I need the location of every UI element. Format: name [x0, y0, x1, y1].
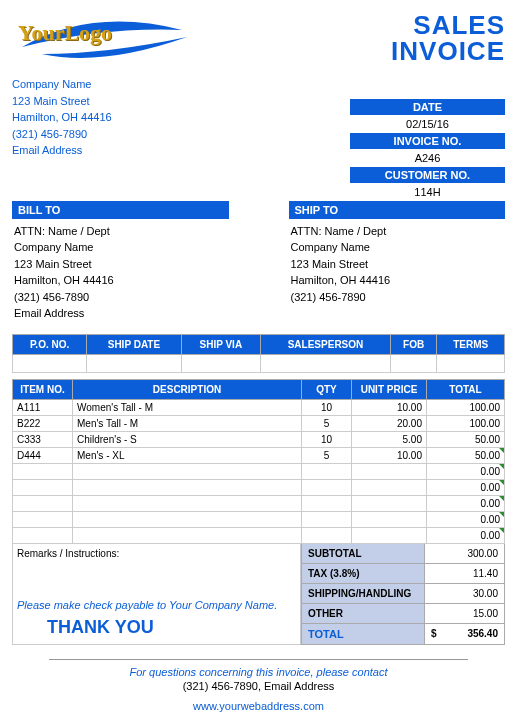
bill-to-name: Company Name: [12, 239, 229, 256]
item-row-empty: 0.00: [13, 511, 505, 527]
ship-to: SHIP TO ATTN: Name / Dept Company Name 1…: [289, 201, 506, 322]
bill-to-header: BILL TO: [12, 201, 229, 219]
item-total-empty: 0.00: [427, 511, 505, 527]
item-total-empty: 0.00: [427, 527, 505, 543]
item-row-empty: 0.00: [13, 479, 505, 495]
remarks-label: Remarks / Instructions:: [17, 548, 296, 559]
item-total: 100.00: [427, 415, 505, 431]
detail-table: P.O. NO. SHIP DATE SHIP VIA SALESPERSON …: [12, 334, 505, 373]
thank-you: THANK YOU: [47, 617, 296, 638]
totals: SUBTOTAL300.00 TAX (3.8%)11.40 SHIPPING/…: [301, 544, 505, 645]
remarks: Remarks / Instructions: Please make chec…: [12, 544, 301, 645]
addresses: BILL TO ATTN: Name / Dept Company Name 1…: [12, 201, 505, 322]
footer-contact: (321) 456-7890, Email Address: [12, 680, 505, 692]
item-total: 50.00: [427, 447, 505, 463]
ship-to-phone: (321) 456-7890: [289, 289, 506, 306]
bill-to-city: Hamilton, OH 44416: [12, 272, 229, 289]
item-no: D444: [13, 447, 73, 463]
item-price: 20.00: [352, 415, 427, 431]
total-amount: 356.40: [467, 628, 498, 639]
th-salesperson: SALESPERSON: [260, 334, 390, 354]
item-row: C333Children's - S105.0050.00: [13, 431, 505, 447]
th-terms: TERMS: [437, 334, 505, 354]
item-desc: Children's - S: [73, 431, 302, 447]
item-desc: Men's Tall - M: [73, 415, 302, 431]
ship-to-street: 123 Main Street: [289, 256, 506, 273]
date-value: 02/15/16: [350, 115, 505, 133]
invoice-no-value: A246: [350, 149, 505, 167]
th-ship-via: SHIP VIA: [181, 334, 260, 354]
items-table: ITEM NO. DESCRIPTION QTY UNIT PRICE TOTA…: [12, 379, 505, 544]
item-qty: 10: [302, 431, 352, 447]
total-value: $356.40: [425, 624, 505, 645]
item-total-empty: 0.00: [427, 479, 505, 495]
item-total-empty: 0.00: [427, 463, 505, 479]
item-total-empty: 0.00: [427, 495, 505, 511]
company-name: Company Name: [12, 76, 505, 93]
subtotal-label: SUBTOTAL: [301, 544, 425, 564]
header: YourLogo SALES INVOICE: [12, 12, 505, 68]
currency-symbol: $: [431, 628, 437, 639]
shipping-value: 30.00: [425, 584, 505, 604]
invoice-no-label: INVOICE NO.: [350, 133, 505, 149]
title-line2: INVOICE: [391, 38, 505, 64]
other-label: OTHER: [301, 604, 425, 624]
item-row-empty: 0.00: [13, 495, 505, 511]
item-price: 10.00: [352, 399, 427, 415]
ship-to-city: Hamilton, OH 44416: [289, 272, 506, 289]
item-row-empty: 0.00: [13, 463, 505, 479]
detail-row: [13, 354, 505, 372]
item-row: B222Men's Tall - M520.00100.00: [13, 415, 505, 431]
th-item-no: ITEM NO.: [13, 379, 73, 399]
item-qty: 5: [302, 415, 352, 431]
th-fob: FOB: [391, 334, 437, 354]
footer-url: www.yourwebaddress.com: [12, 700, 505, 712]
th-qty: QTY: [302, 379, 352, 399]
th-total: TOTAL: [427, 379, 505, 399]
customer-no-label: CUSTOMER NO.: [350, 167, 505, 183]
customer-no-value: 114H: [350, 183, 505, 201]
ship-to-attn: ATTN: Name / Dept: [289, 223, 506, 240]
footer-question: For questions concerning this invoice, p…: [12, 666, 505, 678]
bill-to-attn: ATTN: Name / Dept: [12, 223, 229, 240]
th-ship-date: SHIP DATE: [87, 334, 181, 354]
bottom-section: Remarks / Instructions: Please make chec…: [12, 544, 505, 645]
ship-to-header: SHIP TO: [289, 201, 506, 219]
item-desc: Men's - XL: [73, 447, 302, 463]
item-qty: 10: [302, 399, 352, 415]
th-description: DESCRIPTION: [73, 379, 302, 399]
th-unit-price: UNIT PRICE: [352, 379, 427, 399]
item-row: D444Men's - XL510.0050.00: [13, 447, 505, 463]
invoice-title: SALES INVOICE: [391, 12, 505, 64]
logo-block: YourLogo: [12, 12, 192, 68]
subtotal-value: 300.00: [425, 544, 505, 564]
item-no: C333: [13, 431, 73, 447]
tax-value: 11.40: [425, 564, 505, 584]
check-note: Please make check payable to Your Compan…: [17, 599, 296, 611]
date-label: DATE: [350, 99, 505, 115]
item-row: A111Women's Tall - M1010.00100.00: [13, 399, 505, 415]
ship-to-name: Company Name: [289, 239, 506, 256]
item-price: 5.00: [352, 431, 427, 447]
other-value: 15.00: [425, 604, 505, 624]
item-price: 10.00: [352, 447, 427, 463]
th-po: P.O. NO.: [13, 334, 87, 354]
bill-to-phone: (321) 456-7890: [12, 289, 229, 306]
item-qty: 5: [302, 447, 352, 463]
item-no: A111: [13, 399, 73, 415]
title-line1: SALES: [391, 12, 505, 38]
logo-icon: YourLogo: [12, 12, 192, 62]
logo-text: YourLogo: [18, 20, 112, 46]
bill-to: BILL TO ATTN: Name / Dept Company Name 1…: [12, 201, 229, 322]
item-desc: Women's Tall - M: [73, 399, 302, 415]
item-row-empty: 0.00: [13, 527, 505, 543]
item-total: 50.00: [427, 431, 505, 447]
tax-label: TAX (3.8%): [301, 564, 425, 584]
item-no: B222: [13, 415, 73, 431]
footer: For questions concerning this invoice, p…: [12, 659, 505, 712]
shipping-label: SHIPPING/HANDLING: [301, 584, 425, 604]
item-total: 100.00: [427, 399, 505, 415]
bill-to-email: Email Address: [12, 305, 229, 322]
total-label: TOTAL: [301, 624, 425, 645]
bill-to-street: 123 Main Street: [12, 256, 229, 273]
